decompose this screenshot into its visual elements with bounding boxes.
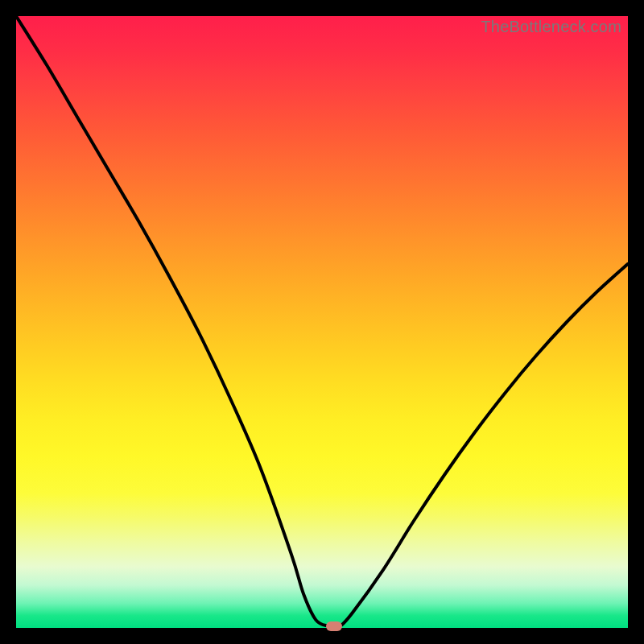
chart-frame: TheBottleneck.com xyxy=(0,0,644,644)
plot-area: TheBottleneck.com xyxy=(16,16,628,628)
optimum-marker xyxy=(326,621,342,631)
bottleneck-curve xyxy=(16,16,628,628)
